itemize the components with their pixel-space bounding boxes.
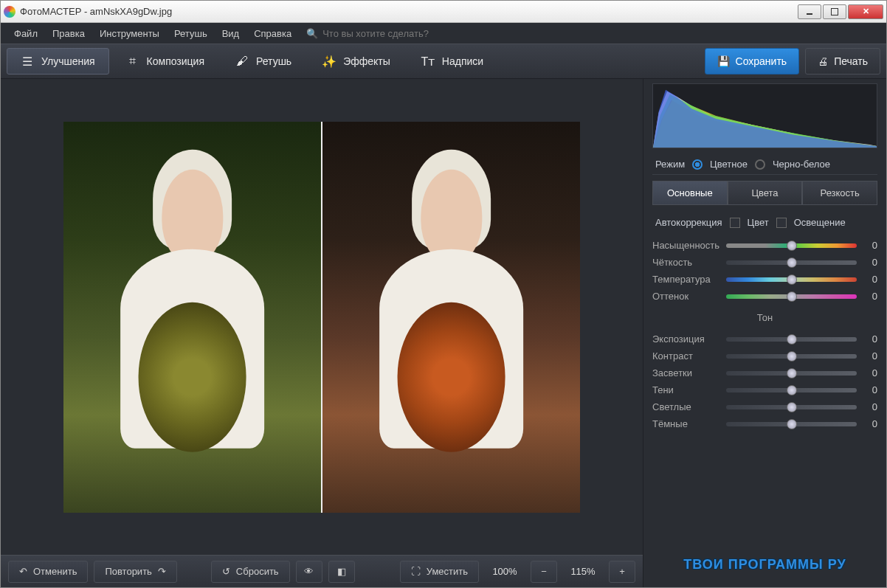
wand-icon: ✨ [322,55,336,68]
panel-tab-colors[interactable]: Цвета [728,181,803,205]
menubar: Файл Правка Инструменты Ретушь Вид Справ… [1,23,886,44]
radio-color[interactable] [692,159,703,170]
text-icon: Tᴛ [421,55,435,68]
sliders-tone: Экспозиция0Контраст0Засветки0Тени0Светлы… [652,331,877,429]
minus-icon: − [541,566,547,577]
preview-toggle-button[interactable]: 👁 [296,561,322,583]
checkbox-auto-color[interactable] [730,218,740,228]
menu-tools[interactable]: Инструменты [94,25,165,42]
slider-value: 0 [863,333,877,345]
image-compare [63,122,580,513]
slider-label: Температура [652,274,720,285]
slider-value: 0 [863,350,877,362]
slider-label: Чёткость [652,257,720,268]
slider-track[interactable] [726,388,857,392]
panel-tab-basic[interactable]: Основные [652,181,728,205]
slider-label: Оттенок [652,291,720,302]
slider-track[interactable] [726,337,857,342]
right-panel: Режим Цветное Черно-белое Основные Цвета… [643,79,886,587]
window-title: ФотоМАСТЕР - amNskXA9gDw.jpg [20,6,796,17]
tab-retouch[interactable]: 🖌 Ретушь [221,48,306,75]
search-icon: 🔍 [306,28,318,39]
panel-tab-sharp[interactable]: Резкость [802,181,877,205]
window-frame: ФотоМАСТЕР - amNskXA9gDw.jpg Файл Правка… [0,0,887,588]
slider-thumb[interactable] [787,241,797,251]
svg-marker-4 [653,90,877,148]
canvas-viewport[interactable] [1,79,643,555]
zoom-out-button[interactable]: − [531,561,557,583]
menu-file[interactable]: Файл [8,25,44,42]
slider-value: 0 [863,418,877,429]
slider-value: 0 [863,240,877,251]
slider-track[interactable] [726,405,857,409]
zoom-current-value: 115% [563,566,603,577]
slider-thumb[interactable] [787,402,797,412]
slider-track[interactable] [726,422,857,426]
slider-label: Насыщенность [652,240,720,251]
slider-track[interactable] [726,243,857,248]
slider-row: Засветки0 [652,367,877,378]
radio-bw[interactable] [755,159,765,170]
slider-track[interactable] [726,294,857,299]
tab-effects[interactable]: ✨ Эффекты [308,48,404,75]
slider-label: Контраст [652,350,720,362]
compare-icon: ◧ [337,566,346,577]
fit-button[interactable]: ⛶Уместить [400,561,479,583]
mode-color-label[interactable]: Цветное [710,159,748,170]
slider-track[interactable] [726,277,857,282]
slider-thumb[interactable] [787,274,797,285]
slider-row: Контраст0 [652,350,877,362]
slider-thumb[interactable] [787,291,797,302]
menu-view[interactable]: Вид [216,25,246,42]
slider-thumb[interactable] [787,385,797,395]
app-icon [4,6,15,18]
zoom-in-button[interactable]: + [609,561,635,583]
slider-thumb[interactable] [787,419,797,429]
slider-track[interactable] [726,354,857,359]
reset-icon: ↺ [222,566,230,577]
slider-track[interactable] [726,260,857,265]
slider-row: Светлые0 [652,401,877,412]
mode-label: Режим [655,159,685,170]
tab-composition[interactable]: ⌗ Композиция [112,48,218,75]
histogram[interactable] [652,83,877,148]
menu-retouch[interactable]: Ретушь [168,25,213,42]
print-button[interactable]: 🖨 Печать [805,48,880,75]
slider-value: 0 [863,367,877,378]
titlebar[interactable]: ФотоМАСТЕР - amNskXA9gDw.jpg [1,1,886,23]
redo-button[interactable]: Повторить↷ [94,561,176,583]
slider-label: Светлые [652,401,720,412]
compare-toggle-button[interactable]: ◧ [328,561,355,583]
save-button[interactable]: 💾 Сохранить [705,48,800,75]
reset-button[interactable]: ↺Сбросить [211,561,290,583]
minimize-button[interactable] [798,4,821,19]
slider-track[interactable] [726,371,857,376]
eye-icon: 👁 [304,566,314,577]
slider-thumb[interactable] [787,368,797,378]
slider-row: Экспозиция0 [652,333,877,345]
slider-thumb[interactable] [787,257,797,268]
mode-bw-label[interactable]: Черно-белое [773,159,830,170]
tab-captions[interactable]: Tᴛ Надписи [407,48,497,75]
slider-row: Чёткость0 [652,257,877,268]
auto-light-label[interactable]: Освещение [794,217,846,228]
menu-help[interactable]: Справка [248,25,297,42]
slider-row: Температура0 [652,274,877,285]
fit-icon: ⛶ [411,566,421,577]
mode-row: Режим Цветное Черно-белое [652,154,877,175]
maximize-button[interactable] [823,4,846,19]
slider-thumb[interactable] [787,334,797,345]
zoom-fit-value: 100% [485,566,525,577]
slider-thumb[interactable] [787,351,797,362]
menu-edit[interactable]: Правка [46,25,91,42]
close-button[interactable] [848,4,883,19]
checkbox-auto-light[interactable] [776,218,787,228]
slider-row: Тени0 [652,384,877,395]
slider-value: 0 [863,291,877,302]
redo-icon: ↷ [158,566,166,577]
slider-value: 0 [863,401,877,412]
auto-color-label[interactable]: Цвет [748,217,769,228]
tab-enhance[interactable]: ☰ Улучшения [7,48,109,75]
undo-button[interactable]: ↶Отменить [8,561,88,583]
search-field[interactable]: 🔍 Что вы хотите сделать? [306,28,429,39]
